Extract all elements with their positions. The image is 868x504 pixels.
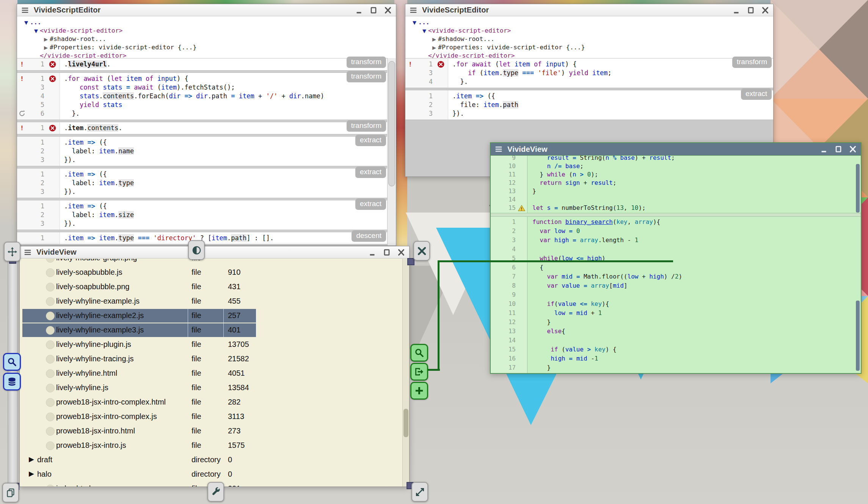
code-text[interactable]: } xyxy=(527,318,551,327)
hamburger-icon[interactable] xyxy=(24,248,32,257)
code-text[interactable]: if(value <= key){ xyxy=(527,299,609,309)
code-line[interactable]: 2 var low = 0 xyxy=(491,227,861,236)
code-text[interactable]: .lively4url. xyxy=(60,60,111,69)
code-text[interactable]: low = mid + 1 xyxy=(527,309,602,318)
code-text[interactable]: }). xyxy=(448,109,464,118)
code-text[interactable]: label: item.name xyxy=(60,147,134,156)
code-text[interactable]: }). xyxy=(60,187,76,196)
scrollbar-thumb[interactable] xyxy=(388,61,395,186)
code-text[interactable]: .for await (let item of input) { xyxy=(60,74,188,83)
code-text[interactable]: } xyxy=(527,363,551,372)
error-icon[interactable] xyxy=(49,61,56,68)
maximize-button[interactable] xyxy=(383,248,391,257)
code-text[interactable]: .item => ({ xyxy=(60,202,107,211)
code-text[interactable]: else{ xyxy=(527,327,565,336)
titlebar[interactable]: VivideScriptEditor xyxy=(17,4,396,16)
code-line[interactable]: 1.item => ({ xyxy=(17,138,388,147)
chevron-down-icon[interactable]: ▼ xyxy=(411,19,418,27)
search-button[interactable] xyxy=(3,353,21,371)
minimize-button[interactable] xyxy=(732,6,741,14)
tree-row[interactable]: ▶#Properties: vivide-script-editor {...} xyxy=(17,43,396,52)
code-text[interactable]: } xyxy=(527,187,536,195)
code-text[interactable]: label: item.type xyxy=(60,179,134,187)
minimize-button[interactable] xyxy=(355,6,363,14)
code-text[interactable]: } while (n > 0); xyxy=(527,170,598,179)
copy-button[interactable] xyxy=(2,483,19,502)
scrollbar[interactable] xyxy=(387,58,396,246)
code-line[interactable]: 4 }. xyxy=(405,77,773,86)
code-line[interactable]: 7 var mid = Math.floor((low + high) /2) xyxy=(491,272,861,281)
tree-row[interactable]: ▶#Properties: vivide-script-editor {...} xyxy=(405,43,773,52)
resize-button[interactable] xyxy=(411,482,428,502)
script-block[interactable]: transform!1.for await (let item of input… xyxy=(17,72,388,120)
maximize-button[interactable] xyxy=(369,6,378,14)
titlebar[interactable]: VivideView xyxy=(20,246,409,258)
close-button[interactable] xyxy=(849,145,857,153)
corner-grip[interactable] xyxy=(407,258,414,265)
script-block[interactable]: extract1.item => ({2 label: item.size3})… xyxy=(17,200,388,230)
search-button[interactable] xyxy=(410,344,428,362)
maximize-button[interactable] xyxy=(747,6,755,14)
titlebar[interactable]: VivideScriptEditor xyxy=(405,4,773,16)
code-line[interactable]: 9 xyxy=(491,290,861,299)
table-row[interactable]: lively-whyline.jsfile13584 xyxy=(20,381,403,395)
code-line[interactable]: !1.item.contents. xyxy=(17,124,388,132)
code-line[interactable]: 10 if(value <= key){ xyxy=(491,299,861,309)
table-row[interactable]: lively-whyline-example.jsfile455 xyxy=(20,294,403,309)
code-line[interactable]: 9 result = String(n % base) + result; xyxy=(491,156,861,162)
code-line[interactable]: 14 xyxy=(491,336,861,345)
scrollbar-thumb[interactable] xyxy=(856,301,860,371)
export-button[interactable] xyxy=(410,363,428,381)
code-line[interactable]: 17 } xyxy=(491,363,861,372)
code-line[interactable]: 2 label: item.type xyxy=(17,179,388,187)
error-icon[interactable] xyxy=(49,75,56,82)
table-row[interactable]: lively-soapbubble.jsfile910 xyxy=(20,265,403,280)
code-text[interactable] xyxy=(527,336,532,345)
dir-arrow-icon[interactable]: ▶ xyxy=(29,455,34,463)
script-block[interactable]: extract1.item => ({2 file: item.path3}). xyxy=(405,90,773,120)
code-text[interactable]: }. xyxy=(60,109,80,118)
code-text[interactable]: return sign + result; xyxy=(527,179,617,187)
script-block[interactable]: transform!1.item.contents. xyxy=(17,122,388,134)
close-halo-button[interactable] xyxy=(413,241,430,261)
tree-row[interactable]: ▼<vivide-script-editor> xyxy=(17,27,396,35)
table-row[interactable]: lively-module-graph.pngfile xyxy=(20,259,403,265)
tree-row[interactable]: ▼... xyxy=(405,18,773,27)
code-line[interactable]: 3}). xyxy=(17,156,388,164)
table-row[interactable]: proweb18-jsx-intro-complex.jsfile3113 xyxy=(20,410,403,424)
code-line[interactable]: 15 if (value > key) { xyxy=(491,345,861,354)
code-text[interactable]: }). xyxy=(60,156,76,164)
eye-button[interactable] xyxy=(188,240,205,260)
maximize-button[interactable] xyxy=(834,145,843,153)
code-line[interactable]: 3}). xyxy=(405,109,773,118)
close-button[interactable] xyxy=(761,6,769,14)
undo-icon[interactable] xyxy=(18,110,26,117)
script-block[interactable]: 9 result = String(n % base) + result;10 … xyxy=(491,156,861,213)
hamburger-icon[interactable] xyxy=(409,6,418,14)
code-line[interactable]: 4 xyxy=(491,245,861,254)
move-button[interactable] xyxy=(4,242,20,261)
code-line[interactable]: 3}). xyxy=(17,187,388,196)
code-line[interactable]: 10 n /= base; xyxy=(491,162,861,170)
code-text[interactable]: }). xyxy=(60,219,76,228)
code-text[interactable]: result = String(n % base) + result; xyxy=(527,156,675,162)
table-row[interactable]: lively-whyline.htmlfile4051 xyxy=(20,366,403,381)
code-text[interactable]: file: item.path xyxy=(448,101,518,109)
database-button[interactable] xyxy=(3,373,21,391)
table-row[interactable]: lively-soapbubble.pngfile431 xyxy=(20,280,403,294)
code-line[interactable]: 1.item => ({ xyxy=(17,170,388,179)
code-line[interactable]: 14 xyxy=(491,195,861,204)
code-text[interactable] xyxy=(527,290,532,299)
table-row[interactable]: lively-whyline-tracing.jsfile21582 xyxy=(20,352,403,366)
code-line[interactable]: 3 if (item.type === 'file') yield item; xyxy=(405,69,773,77)
code-text[interactable]: stats.contents.forEach(dir => dir.path =… xyxy=(60,92,324,101)
tree-row[interactable]: ▼<vivide-script-editor> xyxy=(405,27,773,35)
code-text[interactable]: .item.contents. xyxy=(60,124,122,132)
titlebar[interactable]: VivideView xyxy=(491,143,861,156)
code-text[interactable]: .item => ({ xyxy=(448,92,495,101)
code-text[interactable]: }. xyxy=(448,77,468,86)
scrollbar[interactable] xyxy=(402,259,409,487)
table-row[interactable]: ▶draftdirectory0 xyxy=(20,453,403,467)
code-text[interactable]: var high = array.length - 1 xyxy=(527,236,638,245)
code-text[interactable] xyxy=(527,245,532,254)
